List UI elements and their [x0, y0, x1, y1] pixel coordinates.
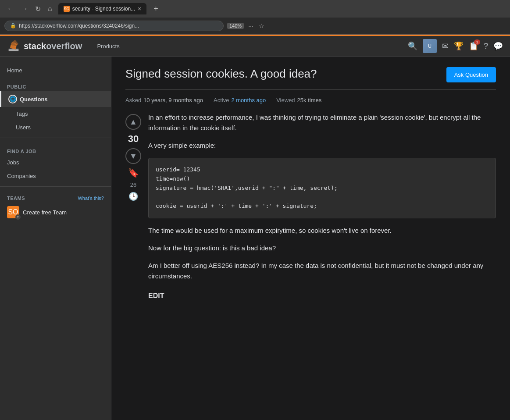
body-paragraph-1: In an effort to increase performance, I … [148, 112, 496, 133]
viewed-value: 25k times [297, 97, 322, 103]
globe-icon: 🌐 [8, 95, 17, 103]
companies-label: Companies [7, 173, 36, 179]
so-sidebar: Home PUBLIC 🌐 Questions Tags Users FIND … [0, 57, 111, 420]
questions-label: Questions [20, 96, 48, 103]
vote-count: 30 [128, 133, 139, 145]
tab-title: security - Signed session... [72, 6, 135, 12]
security-icon: 🔒 [10, 23, 16, 28]
svg-rect-1 [9, 50, 19, 51]
tags-label: Tags [16, 110, 28, 117]
meta-asked: Asked 10 years, 9 months ago [125, 97, 203, 103]
sidebar-item-home[interactable]: Home [0, 64, 111, 77]
sidebar-item-users[interactable]: Users [0, 121, 111, 134]
chat-icon[interactable]: 💬 [493, 41, 503, 51]
review-badge: 1 [474, 39, 480, 45]
question-title: Signed session cookies. A good idea? [125, 67, 446, 81]
question-text: In an effort to increase performance, I … [148, 112, 496, 302]
browser-titlebar: ← → ↻ ⌂ SO security - Signed session... … [0, 0, 510, 18]
forward-button[interactable]: → [18, 3, 31, 14]
achievements-icon[interactable]: 🏆 [454, 41, 464, 51]
so-header-actions: 🔍 U ✉ 🏆 📋 1 ? 💬 [408, 39, 503, 53]
bookmark-toolbar-icon[interactable]: ☆ [258, 21, 265, 30]
so-app: stackoverflow Products 🔍 U ✉ 🏆 📋 1 ? 💬 H [0, 35, 510, 420]
browser-tab-active[interactable]: SO security - Signed session... × [58, 3, 147, 14]
viewed-label: Viewed [276, 97, 295, 103]
body-paragraph-3: The time would be used for a maximum exp… [148, 225, 496, 236]
inbox-icon[interactable]: ✉ [442, 41, 449, 51]
question-header: Signed session cookies. A good idea? Ask… [125, 67, 496, 90]
sidebar-divider [0, 138, 111, 138]
create-team-badge: + [15, 214, 21, 220]
downvote-button[interactable]: ▼ [125, 148, 141, 164]
sidebar-item-questions[interactable]: 🌐 Questions [0, 91, 111, 107]
address-text: https://stackoverflow.com/questions/3240… [19, 23, 218, 29]
sidebar-item-tags[interactable]: Tags [0, 107, 111, 121]
edit-label: EDIT [148, 290, 496, 302]
help-icon[interactable]: ? [484, 42, 488, 51]
sidebar-divider-2 [0, 186, 111, 187]
address-bar[interactable]: 🔒 https://stackoverflow.com/questions/32… [4, 21, 224, 31]
history-button[interactable]: 🕒 [128, 192, 138, 201]
products-nav-item[interactable]: Products [93, 39, 124, 53]
search-icon[interactable]: 🔍 [408, 41, 417, 51]
body-paragraph-2: A very simple example: [148, 140, 496, 151]
create-team-button[interactable]: SO + Create free Team [7, 204, 67, 220]
sidebar-item-jobs[interactable]: Jobs [0, 156, 111, 169]
bookmark-button[interactable]: 🔖 [128, 167, 139, 178]
tab-close-button[interactable]: × [138, 5, 141, 12]
active-label: Active [214, 97, 229, 103]
browser-chrome: ← → ↻ ⌂ SO security - Signed session... … [0, 0, 510, 35]
new-tab-button[interactable]: + [150, 4, 162, 14]
so-body: Home PUBLIC 🌐 Questions Tags Users FIND … [0, 57, 510, 420]
so-logo[interactable]: stackoverflow [7, 39, 82, 53]
back-button[interactable]: ← [4, 3, 17, 14]
user-avatar[interactable]: U [423, 39, 437, 53]
zoom-level: 140% [227, 23, 244, 29]
create-team-text: Create free Team [23, 209, 67, 216]
body-paragraph-4: Now for the big question: is this a bad … [148, 243, 496, 253]
so-main-content: Signed session cookies. A good idea? Ask… [111, 57, 510, 420]
question-content: In an effort to increase performance, I … [148, 112, 496, 309]
sidebar-item-companies[interactable]: Companies [0, 169, 111, 183]
public-section-label: PUBLIC [0, 77, 111, 91]
meta-active: Active 2 months ago [214, 97, 266, 103]
users-label: Users [16, 124, 31, 131]
find-job-label: FIND A JOB [0, 142, 111, 156]
teams-header: TEAMS What's this? [7, 196, 104, 201]
tab-favicon: SO [64, 6, 70, 12]
teams-section: TEAMS What's this? SO + Create free Team [0, 190, 111, 225]
home-label: Home [7, 67, 22, 74]
refresh-button[interactable]: ↻ [32, 3, 43, 15]
active-value: 2 months ago [231, 97, 266, 103]
toolbar-icons: ··· ☆ [247, 21, 265, 30]
more-button[interactable]: ··· [247, 21, 254, 30]
vote-controls: ▲ 30 ▼ 🔖 26 🕒 [125, 112, 141, 309]
ask-question-button[interactable]: Ask Question [446, 67, 496, 82]
jobs-label: Jobs [7, 159, 19, 166]
home-button[interactable]: ⌂ [45, 3, 55, 14]
create-team-icon: SO + [7, 206, 19, 218]
asked-value: 10 years, 9 months ago [143, 97, 203, 103]
so-header: stackoverflow Products 🔍 U ✉ 🏆 📋 1 ? 💬 [0, 35, 510, 57]
so-logo-text: stackoverflow [24, 41, 82, 51]
question-meta: Asked 10 years, 9 months ago Active 2 mo… [125, 97, 496, 103]
bookmark-count: 26 [130, 182, 136, 188]
review-icon[interactable]: 📋 1 [469, 41, 478, 51]
asked-label: Asked [125, 97, 141, 103]
meta-viewed: Viewed 25k times [276, 97, 321, 103]
body-paragraph-5: Am I better off using AES256 instead? In… [148, 260, 496, 281]
nav-buttons: ← → ↻ ⌂ [4, 3, 55, 15]
upvote-button[interactable]: ▲ [125, 114, 141, 130]
whats-this-link[interactable]: What's this? [78, 196, 104, 201]
code-block: userid= 12345 time=now() signature = hma… [148, 158, 496, 218]
so-nav: Products [89, 39, 401, 53]
teams-label: TEAMS [7, 196, 25, 201]
browser-toolbar: 🔒 https://stackoverflow.com/questions/32… [0, 18, 510, 34]
question-body: ▲ 30 ▼ 🔖 26 🕒 In an effort to increase p… [125, 112, 496, 309]
